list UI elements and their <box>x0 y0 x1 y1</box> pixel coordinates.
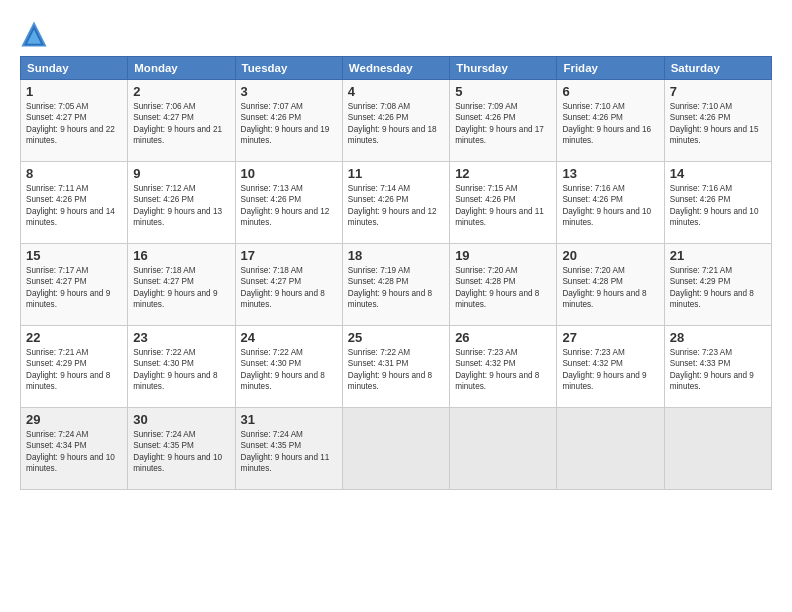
day-info: Sunrise: 7:23 AM Sunset: 4:32 PM Dayligh… <box>455 347 551 393</box>
day-info: Sunrise: 7:21 AM Sunset: 4:29 PM Dayligh… <box>670 265 766 311</box>
calendar-table: SundayMondayTuesdayWednesdayThursdayFrid… <box>20 56 772 490</box>
calendar-cell: 26 Sunrise: 7:23 AM Sunset: 4:32 PM Dayl… <box>450 326 557 408</box>
day-number: 8 <box>26 166 122 181</box>
calendar-week-5: 29 Sunrise: 7:24 AM Sunset: 4:34 PM Dayl… <box>21 408 772 490</box>
calendar-week-3: 15 Sunrise: 7:17 AM Sunset: 4:27 PM Dayl… <box>21 244 772 326</box>
calendar-cell: 30 Sunrise: 7:24 AM Sunset: 4:35 PM Dayl… <box>128 408 235 490</box>
day-info: Sunrise: 7:19 AM Sunset: 4:28 PM Dayligh… <box>348 265 444 311</box>
calendar-cell: 31 Sunrise: 7:24 AM Sunset: 4:35 PM Dayl… <box>235 408 342 490</box>
calendar-cell: 11 Sunrise: 7:14 AM Sunset: 4:26 PM Dayl… <box>342 162 449 244</box>
day-info: Sunrise: 7:06 AM Sunset: 4:27 PM Dayligh… <box>133 101 229 147</box>
day-info: Sunrise: 7:07 AM Sunset: 4:26 PM Dayligh… <box>241 101 337 147</box>
calendar-cell: 8 Sunrise: 7:11 AM Sunset: 4:26 PM Dayli… <box>21 162 128 244</box>
day-info: Sunrise: 7:08 AM Sunset: 4:26 PM Dayligh… <box>348 101 444 147</box>
calendar-cell <box>450 408 557 490</box>
day-info: Sunrise: 7:16 AM Sunset: 4:26 PM Dayligh… <box>562 183 658 229</box>
day-info: Sunrise: 7:18 AM Sunset: 4:27 PM Dayligh… <box>133 265 229 311</box>
calendar-cell: 16 Sunrise: 7:18 AM Sunset: 4:27 PM Dayl… <box>128 244 235 326</box>
day-number: 3 <box>241 84 337 99</box>
day-number: 17 <box>241 248 337 263</box>
calendar-cell <box>664 408 771 490</box>
calendar-cell: 21 Sunrise: 7:21 AM Sunset: 4:29 PM Dayl… <box>664 244 771 326</box>
day-info: Sunrise: 7:11 AM Sunset: 4:26 PM Dayligh… <box>26 183 122 229</box>
day-number: 26 <box>455 330 551 345</box>
day-number: 22 <box>26 330 122 345</box>
page: SundayMondayTuesdayWednesdayThursdayFrid… <box>0 0 792 612</box>
day-info: Sunrise: 7:10 AM Sunset: 4:26 PM Dayligh… <box>562 101 658 147</box>
calendar-cell: 17 Sunrise: 7:18 AM Sunset: 4:27 PM Dayl… <box>235 244 342 326</box>
day-info: Sunrise: 7:22 AM Sunset: 4:30 PM Dayligh… <box>241 347 337 393</box>
weekday-header-tuesday: Tuesday <box>235 57 342 80</box>
day-number: 14 <box>670 166 766 181</box>
calendar-body: 1 Sunrise: 7:05 AM Sunset: 4:27 PM Dayli… <box>21 80 772 490</box>
day-number: 1 <box>26 84 122 99</box>
day-number: 27 <box>562 330 658 345</box>
calendar-cell: 27 Sunrise: 7:23 AM Sunset: 4:32 PM Dayl… <box>557 326 664 408</box>
day-info: Sunrise: 7:14 AM Sunset: 4:26 PM Dayligh… <box>348 183 444 229</box>
weekday-header-wednesday: Wednesday <box>342 57 449 80</box>
day-number: 16 <box>133 248 229 263</box>
day-number: 24 <box>241 330 337 345</box>
weekday-header-thursday: Thursday <box>450 57 557 80</box>
day-number: 13 <box>562 166 658 181</box>
day-info: Sunrise: 7:16 AM Sunset: 4:26 PM Dayligh… <box>670 183 766 229</box>
calendar-cell: 25 Sunrise: 7:22 AM Sunset: 4:31 PM Dayl… <box>342 326 449 408</box>
calendar-cell: 3 Sunrise: 7:07 AM Sunset: 4:26 PM Dayli… <box>235 80 342 162</box>
day-info: Sunrise: 7:09 AM Sunset: 4:26 PM Dayligh… <box>455 101 551 147</box>
calendar-week-2: 8 Sunrise: 7:11 AM Sunset: 4:26 PM Dayli… <box>21 162 772 244</box>
weekday-header-sunday: Sunday <box>21 57 128 80</box>
calendar-cell: 28 Sunrise: 7:23 AM Sunset: 4:33 PM Dayl… <box>664 326 771 408</box>
day-number: 4 <box>348 84 444 99</box>
day-info: Sunrise: 7:23 AM Sunset: 4:32 PM Dayligh… <box>562 347 658 393</box>
day-number: 5 <box>455 84 551 99</box>
day-number: 23 <box>133 330 229 345</box>
calendar-cell: 24 Sunrise: 7:22 AM Sunset: 4:30 PM Dayl… <box>235 326 342 408</box>
weekday-header-monday: Monday <box>128 57 235 80</box>
day-number: 15 <box>26 248 122 263</box>
calendar-cell: 19 Sunrise: 7:20 AM Sunset: 4:28 PM Dayl… <box>450 244 557 326</box>
day-number: 12 <box>455 166 551 181</box>
weekday-header-friday: Friday <box>557 57 664 80</box>
calendar-cell: 7 Sunrise: 7:10 AM Sunset: 4:26 PM Dayli… <box>664 80 771 162</box>
calendar-cell: 4 Sunrise: 7:08 AM Sunset: 4:26 PM Dayli… <box>342 80 449 162</box>
day-number: 6 <box>562 84 658 99</box>
day-info: Sunrise: 7:18 AM Sunset: 4:27 PM Dayligh… <box>241 265 337 311</box>
day-info: Sunrise: 7:13 AM Sunset: 4:26 PM Dayligh… <box>241 183 337 229</box>
day-info: Sunrise: 7:24 AM Sunset: 4:34 PM Dayligh… <box>26 429 122 475</box>
calendar-cell: 18 Sunrise: 7:19 AM Sunset: 4:28 PM Dayl… <box>342 244 449 326</box>
day-info: Sunrise: 7:05 AM Sunset: 4:27 PM Dayligh… <box>26 101 122 147</box>
day-number: 18 <box>348 248 444 263</box>
day-number: 31 <box>241 412 337 427</box>
calendar-cell: 12 Sunrise: 7:15 AM Sunset: 4:26 PM Dayl… <box>450 162 557 244</box>
day-number: 19 <box>455 248 551 263</box>
calendar-cell <box>557 408 664 490</box>
calendar-cell: 1 Sunrise: 7:05 AM Sunset: 4:27 PM Dayli… <box>21 80 128 162</box>
day-number: 9 <box>133 166 229 181</box>
calendar-cell: 10 Sunrise: 7:13 AM Sunset: 4:26 PM Dayl… <box>235 162 342 244</box>
day-info: Sunrise: 7:23 AM Sunset: 4:33 PM Dayligh… <box>670 347 766 393</box>
logo <box>20 20 52 48</box>
day-number: 25 <box>348 330 444 345</box>
day-info: Sunrise: 7:22 AM Sunset: 4:31 PM Dayligh… <box>348 347 444 393</box>
calendar-cell: 6 Sunrise: 7:10 AM Sunset: 4:26 PM Dayli… <box>557 80 664 162</box>
weekday-header-row: SundayMondayTuesdayWednesdayThursdayFrid… <box>21 57 772 80</box>
day-info: Sunrise: 7:17 AM Sunset: 4:27 PM Dayligh… <box>26 265 122 311</box>
day-number: 2 <box>133 84 229 99</box>
calendar-week-1: 1 Sunrise: 7:05 AM Sunset: 4:27 PM Dayli… <box>21 80 772 162</box>
day-info: Sunrise: 7:12 AM Sunset: 4:26 PM Dayligh… <box>133 183 229 229</box>
day-number: 28 <box>670 330 766 345</box>
logo-icon <box>20 20 48 48</box>
calendar-cell: 5 Sunrise: 7:09 AM Sunset: 4:26 PM Dayli… <box>450 80 557 162</box>
calendar-cell: 14 Sunrise: 7:16 AM Sunset: 4:26 PM Dayl… <box>664 162 771 244</box>
calendar-cell: 29 Sunrise: 7:24 AM Sunset: 4:34 PM Dayl… <box>21 408 128 490</box>
calendar-header: SundayMondayTuesdayWednesdayThursdayFrid… <box>21 57 772 80</box>
day-number: 11 <box>348 166 444 181</box>
calendar-cell: 15 Sunrise: 7:17 AM Sunset: 4:27 PM Dayl… <box>21 244 128 326</box>
day-info: Sunrise: 7:22 AM Sunset: 4:30 PM Dayligh… <box>133 347 229 393</box>
day-info: Sunrise: 7:15 AM Sunset: 4:26 PM Dayligh… <box>455 183 551 229</box>
day-info: Sunrise: 7:24 AM Sunset: 4:35 PM Dayligh… <box>241 429 337 475</box>
header <box>20 16 772 48</box>
day-number: 30 <box>133 412 229 427</box>
day-number: 21 <box>670 248 766 263</box>
day-info: Sunrise: 7:20 AM Sunset: 4:28 PM Dayligh… <box>562 265 658 311</box>
